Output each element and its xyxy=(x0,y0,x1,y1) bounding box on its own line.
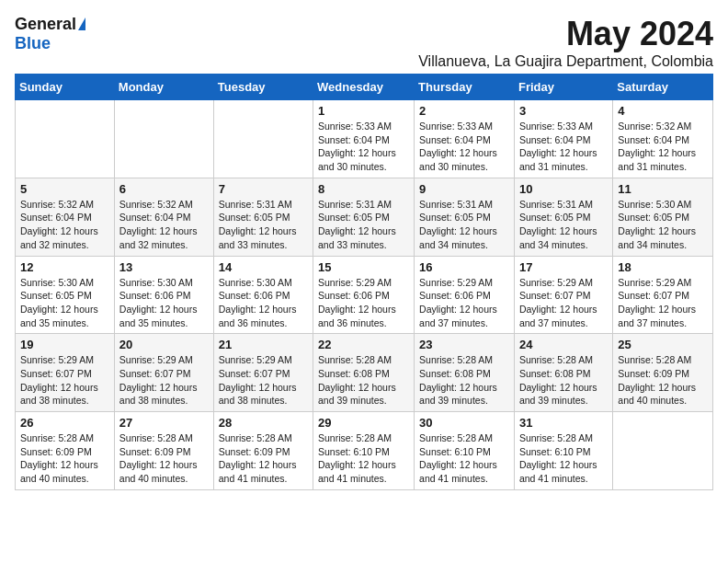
calendar-cell: 28Sunrise: 5:28 AM Sunset: 6:09 PM Dayli… xyxy=(213,412,313,490)
calendar-header-friday: Friday xyxy=(514,75,612,100)
day-number: 30 xyxy=(419,416,509,430)
logo-blue: Blue xyxy=(15,34,51,53)
calendar-table: SundayMondayTuesdayWednesdayThursdayFrid… xyxy=(15,74,713,490)
day-info: Sunrise: 5:33 AM Sunset: 6:04 PM Dayligh… xyxy=(318,120,409,174)
title-section: May 2024 Villanueva, La Guajira Departme… xyxy=(418,15,713,70)
day-info: Sunrise: 5:32 AM Sunset: 6:04 PM Dayligh… xyxy=(618,120,708,174)
day-number: 5 xyxy=(20,182,109,196)
day-info: Sunrise: 5:29 AM Sunset: 6:07 PM Dayligh… xyxy=(618,276,708,330)
calendar-cell: 8Sunrise: 5:31 AM Sunset: 6:05 PM Daylig… xyxy=(313,178,415,256)
day-number: 7 xyxy=(219,182,308,196)
calendar-cell: 26Sunrise: 5:28 AM Sunset: 6:09 PM Dayli… xyxy=(16,412,115,490)
logo-triangle-icon xyxy=(78,17,85,30)
calendar-cell: 19Sunrise: 5:29 AM Sunset: 6:07 PM Dayli… xyxy=(16,334,115,412)
day-info: Sunrise: 5:29 AM Sunset: 6:06 PM Dayligh… xyxy=(318,276,409,330)
day-info: Sunrise: 5:28 AM Sunset: 6:09 PM Dayligh… xyxy=(219,431,308,486)
day-number: 20 xyxy=(119,338,209,351)
calendar-cell: 18Sunrise: 5:29 AM Sunset: 6:07 PM Dayli… xyxy=(613,256,713,334)
day-info: Sunrise: 5:29 AM Sunset: 6:07 PM Dayligh… xyxy=(119,353,209,408)
day-info: Sunrise: 5:31 AM Sunset: 6:05 PM Dayligh… xyxy=(419,198,509,252)
day-info: Sunrise: 5:29 AM Sunset: 6:07 PM Dayligh… xyxy=(20,353,109,408)
day-info: Sunrise: 5:29 AM Sunset: 6:07 PM Dayligh… xyxy=(519,276,608,330)
day-info: Sunrise: 5:30 AM Sunset: 6:05 PM Dayligh… xyxy=(618,198,708,252)
calendar-cell: 30Sunrise: 5:28 AM Sunset: 6:10 PM Dayli… xyxy=(415,412,515,490)
day-number: 18 xyxy=(618,260,708,274)
day-number: 15 xyxy=(318,260,409,274)
day-info: Sunrise: 5:28 AM Sunset: 6:09 PM Dayligh… xyxy=(119,431,209,486)
day-number: 25 xyxy=(618,338,708,351)
calendar-cell: 27Sunrise: 5:28 AM Sunset: 6:09 PM Dayli… xyxy=(114,412,213,490)
day-info: Sunrise: 5:28 AM Sunset: 6:10 PM Dayligh… xyxy=(519,431,608,486)
calendar-week-1: 1Sunrise: 5:33 AM Sunset: 6:04 PM Daylig… xyxy=(16,100,713,178)
calendar-cell: 21Sunrise: 5:29 AM Sunset: 6:07 PM Dayli… xyxy=(213,334,313,412)
calendar-header-row: SundayMondayTuesdayWednesdayThursdayFrid… xyxy=(16,75,713,100)
day-info: Sunrise: 5:31 AM Sunset: 6:05 PM Dayligh… xyxy=(219,198,308,252)
calendar-cell: 22Sunrise: 5:28 AM Sunset: 6:08 PM Dayli… xyxy=(313,334,415,412)
day-number: 22 xyxy=(318,338,409,351)
day-info: Sunrise: 5:29 AM Sunset: 6:07 PM Dayligh… xyxy=(219,353,308,408)
day-number: 13 xyxy=(119,260,209,274)
day-info: Sunrise: 5:30 AM Sunset: 6:06 PM Dayligh… xyxy=(119,276,209,330)
month-year-title: May 2024 xyxy=(418,15,713,53)
day-number: 4 xyxy=(618,104,708,118)
calendar-cell: 23Sunrise: 5:28 AM Sunset: 6:08 PM Dayli… xyxy=(415,334,515,412)
day-number: 17 xyxy=(519,260,608,274)
day-info: Sunrise: 5:29 AM Sunset: 6:06 PM Dayligh… xyxy=(419,276,509,330)
calendar-cell: 15Sunrise: 5:29 AM Sunset: 6:06 PM Dayli… xyxy=(313,256,415,334)
calendar-week-2: 5Sunrise: 5:32 AM Sunset: 6:04 PM Daylig… xyxy=(16,178,713,256)
day-number: 11 xyxy=(618,182,708,196)
day-number: 31 xyxy=(519,416,608,430)
day-number: 21 xyxy=(219,338,308,351)
calendar-cell: 14Sunrise: 5:30 AM Sunset: 6:06 PM Dayli… xyxy=(213,256,313,334)
calendar-cell: 10Sunrise: 5:31 AM Sunset: 6:05 PM Dayli… xyxy=(514,178,612,256)
calendar-cell: 6Sunrise: 5:32 AM Sunset: 6:04 PM Daylig… xyxy=(114,178,213,256)
day-info: Sunrise: 5:28 AM Sunset: 6:09 PM Dayligh… xyxy=(20,431,109,486)
day-number: 23 xyxy=(419,338,509,351)
calendar-header-thursday: Thursday xyxy=(415,75,515,100)
calendar-header-monday: Monday xyxy=(114,75,213,100)
calendar-cell xyxy=(213,100,313,178)
day-number: 1 xyxy=(318,104,409,118)
calendar-header-tuesday: Tuesday xyxy=(213,75,313,100)
calendar-cell: 4Sunrise: 5:32 AM Sunset: 6:04 PM Daylig… xyxy=(613,100,713,178)
calendar-cell: 12Sunrise: 5:30 AM Sunset: 6:05 PM Dayli… xyxy=(16,256,115,334)
day-info: Sunrise: 5:28 AM Sunset: 6:09 PM Dayligh… xyxy=(618,353,708,408)
calendar-cell: 7Sunrise: 5:31 AM Sunset: 6:05 PM Daylig… xyxy=(213,178,313,256)
day-number: 24 xyxy=(519,338,608,351)
day-info: Sunrise: 5:31 AM Sunset: 6:05 PM Dayligh… xyxy=(519,198,608,252)
day-info: Sunrise: 5:28 AM Sunset: 6:08 PM Dayligh… xyxy=(419,353,509,408)
day-number: 6 xyxy=(119,182,209,196)
calendar-cell: 11Sunrise: 5:30 AM Sunset: 6:05 PM Dayli… xyxy=(613,178,713,256)
day-number: 2 xyxy=(419,104,509,118)
day-info: Sunrise: 5:28 AM Sunset: 6:08 PM Dayligh… xyxy=(318,353,409,408)
day-info: Sunrise: 5:30 AM Sunset: 6:06 PM Dayligh… xyxy=(219,276,308,330)
calendar-cell xyxy=(114,100,213,178)
day-number: 29 xyxy=(318,416,409,430)
day-info: Sunrise: 5:28 AM Sunset: 6:10 PM Dayligh… xyxy=(318,431,409,486)
day-number: 3 xyxy=(519,104,608,118)
day-number: 12 xyxy=(20,260,109,274)
day-number: 27 xyxy=(119,416,209,430)
calendar-cell: 16Sunrise: 5:29 AM Sunset: 6:06 PM Dayli… xyxy=(415,256,515,334)
calendar-cell: 31Sunrise: 5:28 AM Sunset: 6:10 PM Dayli… xyxy=(514,412,612,490)
day-info: Sunrise: 5:28 AM Sunset: 6:08 PM Dayligh… xyxy=(519,353,608,408)
day-number: 28 xyxy=(219,416,308,430)
day-number: 26 xyxy=(20,416,109,430)
calendar-cell: 29Sunrise: 5:28 AM Sunset: 6:10 PM Dayli… xyxy=(313,412,415,490)
calendar-cell: 2Sunrise: 5:33 AM Sunset: 6:04 PM Daylig… xyxy=(415,100,515,178)
day-info: Sunrise: 5:32 AM Sunset: 6:04 PM Dayligh… xyxy=(20,198,109,252)
calendar-cell: 20Sunrise: 5:29 AM Sunset: 6:07 PM Dayli… xyxy=(114,334,213,412)
day-number: 16 xyxy=(419,260,509,274)
calendar-cell: 17Sunrise: 5:29 AM Sunset: 6:07 PM Dayli… xyxy=(514,256,612,334)
calendar-header-sunday: Sunday xyxy=(16,75,115,100)
day-info: Sunrise: 5:30 AM Sunset: 6:05 PM Dayligh… xyxy=(20,276,109,330)
day-number: 8 xyxy=(318,182,409,196)
calendar-week-5: 26Sunrise: 5:28 AM Sunset: 6:09 PM Dayli… xyxy=(16,412,713,490)
calendar-week-3: 12Sunrise: 5:30 AM Sunset: 6:05 PM Dayli… xyxy=(16,256,713,334)
location-title: Villanueva, La Guajira Department, Colom… xyxy=(418,53,713,70)
day-info: Sunrise: 5:32 AM Sunset: 6:04 PM Dayligh… xyxy=(119,198,209,252)
day-number: 19 xyxy=(20,338,109,351)
calendar-cell: 25Sunrise: 5:28 AM Sunset: 6:09 PM Dayli… xyxy=(613,334,713,412)
day-info: Sunrise: 5:28 AM Sunset: 6:10 PM Dayligh… xyxy=(419,431,509,486)
calendar-cell: 9Sunrise: 5:31 AM Sunset: 6:05 PM Daylig… xyxy=(415,178,515,256)
